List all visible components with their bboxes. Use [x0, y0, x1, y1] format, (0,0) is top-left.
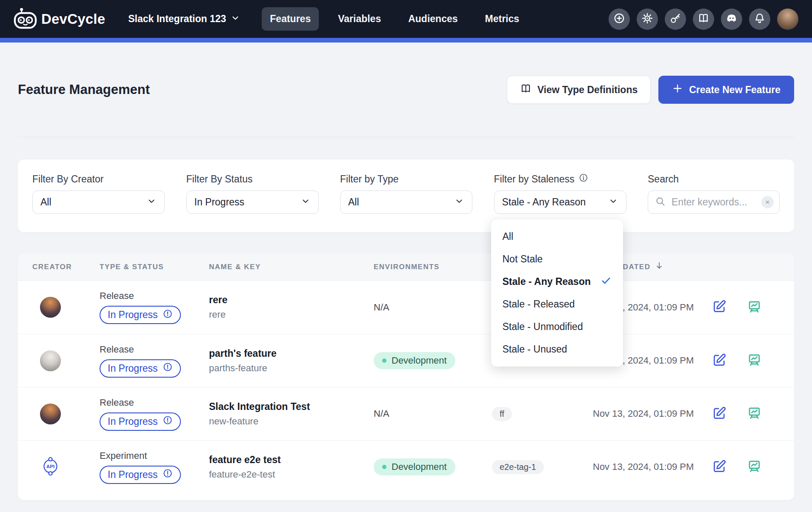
- edit-feature-button[interactable]: [712, 353, 727, 369]
- gear-icon: [641, 12, 653, 26]
- feature-metrics-button[interactable]: [747, 299, 762, 316]
- add-button[interactable]: [609, 9, 630, 30]
- discord-button[interactable]: [721, 9, 742, 30]
- chart-board-icon: [747, 406, 762, 422]
- warning-circle-icon: [163, 362, 173, 375]
- edit-feature-button[interactable]: [712, 459, 727, 475]
- project-selector[interactable]: Slack Integration 123: [128, 13, 240, 25]
- chart-board-icon: [747, 353, 762, 369]
- column-header-type-status[interactable]: Type & Status: [100, 263, 209, 271]
- creator-select[interactable]: All: [32, 191, 165, 214]
- filter-bar: Filter By Creator All Filter By Status I…: [18, 159, 794, 232]
- tag-badge: e2e-tag-1: [492, 460, 544, 474]
- menu-item-stale-unmodified[interactable]: Stale - Unmodified: [491, 316, 623, 338]
- environment-dot: [382, 358, 386, 363]
- edit-pencil-icon: [712, 459, 727, 475]
- edit-pencil-icon: [712, 353, 727, 369]
- menu-item-stale-unused[interactable]: Stale - Unused: [491, 338, 623, 361]
- info-icon[interactable]: [579, 173, 588, 185]
- table-row[interactable]: Release In Progress Slack Integration Te…: [18, 387, 794, 440]
- type-select[interactable]: All: [340, 191, 472, 214]
- environment-badge: Development: [374, 352, 455, 369]
- plus-icon: [672, 83, 683, 97]
- discord-icon: [725, 12, 738, 26]
- tag-badge: ff: [492, 407, 512, 421]
- edit-feature-button[interactable]: [712, 406, 727, 422]
- tab-audiences[interactable]: Audiences: [400, 7, 466, 31]
- feature-metrics-button[interactable]: [747, 406, 762, 422]
- feature-name[interactable]: Slack Integration Test: [209, 401, 374, 412]
- filter-staleness-label: Filter by Staleness: [494, 174, 575, 185]
- feature-name[interactable]: rere: [209, 294, 374, 306]
- feature-metrics-button[interactable]: [747, 459, 762, 475]
- feature-key: new-feature: [209, 416, 374, 427]
- status-badge: In Progress: [100, 359, 181, 378]
- view-type-definitions-button[interactable]: View Type Definitions: [507, 76, 651, 104]
- feature-name[interactable]: feature e2e test: [209, 454, 374, 466]
- feature-type: Release: [100, 397, 209, 408]
- chevron-down-icon: [454, 196, 464, 209]
- table-row[interactable]: Release In Progress rere rere N/A Nov 13…: [18, 281, 794, 334]
- nav-actions: [609, 9, 798, 30]
- api-keys-button[interactable]: [665, 9, 686, 30]
- main-tabs: Features Variables Audiences Metrics: [262, 7, 527, 31]
- staleness-dropdown-menu: All Not Stale Stale - Any Reason Stale -…: [491, 219, 623, 367]
- bell-icon: [754, 12, 766, 26]
- chevron-down-icon: [231, 13, 240, 25]
- user-avatar[interactable]: [777, 9, 798, 30]
- menu-item-stale-any-reason[interactable]: Stale - Any Reason: [491, 270, 623, 293]
- feature-type: Release: [100, 290, 209, 302]
- chevron-down-icon: [146, 196, 157, 209]
- settings-button[interactable]: [637, 9, 658, 30]
- feature-metrics-button[interactable]: [747, 353, 762, 369]
- tab-variables[interactable]: Variables: [330, 7, 389, 31]
- column-header-name-key[interactable]: Name & Key: [209, 263, 374, 271]
- updated-timestamp: Nov 13, 2024, 01:09 PM: [593, 461, 694, 472]
- status-select[interactable]: In Progress: [186, 191, 319, 214]
- search-input[interactable]: [672, 196, 756, 208]
- creator-avatar: [40, 350, 61, 371]
- menu-item-stale-released[interactable]: Stale - Released: [491, 293, 623, 316]
- page-title: Feature Management: [18, 82, 150, 97]
- table-row[interactable]: API Experiment In Progress feature e2e t…: [18, 440, 794, 493]
- tab-metrics[interactable]: Metrics: [477, 7, 528, 31]
- staleness-select[interactable]: Stale - Any Reason: [494, 191, 626, 214]
- status-badge: In Progress: [100, 306, 181, 324]
- clear-search-button[interactable]: ×: [761, 196, 774, 208]
- docs-button[interactable]: [693, 9, 714, 30]
- notifications-button[interactable]: [749, 9, 770, 30]
- menu-item-not-stale[interactable]: Not Stale: [491, 248, 623, 270]
- accent-bar: [0, 38, 812, 43]
- environment-dot: [382, 465, 386, 469]
- project-name: Slack Integration 123: [128, 13, 226, 25]
- check-icon: [600, 275, 612, 289]
- features-table: Creator Type & Status Name & Key Environ…: [18, 253, 794, 500]
- column-header-creator[interactable]: Creator: [32, 263, 100, 271]
- header-divider: [18, 137, 794, 137]
- feature-key: feature-e2e-test: [209, 469, 374, 480]
- environments-value: N/A: [374, 408, 389, 419]
- tab-features[interactable]: Features: [262, 7, 319, 31]
- chevron-down-icon: [608, 196, 618, 209]
- warning-circle-icon: [163, 309, 173, 321]
- api-creator-icon: API: [40, 456, 100, 478]
- status-badge: In Progress: [100, 466, 181, 484]
- table-row[interactable]: Release In Progress parth's feature part…: [18, 334, 794, 387]
- column-header-environments[interactable]: Environments: [374, 263, 492, 271]
- edit-pencil-icon: [712, 406, 727, 422]
- table-header-row: Creator Type & Status Name & Key Environ…: [18, 253, 794, 281]
- chart-board-icon: [747, 459, 762, 475]
- feature-name[interactable]: parth's feature: [209, 348, 374, 359]
- create-new-feature-button[interactable]: Create New Feature: [658, 76, 794, 104]
- edit-feature-button[interactable]: [712, 299, 727, 316]
- filter-staleness: Filter by Staleness Stale - Any Reason A…: [494, 173, 626, 214]
- menu-item-all[interactable]: All: [491, 225, 623, 248]
- creator-avatar: [40, 404, 61, 424]
- plus-circle-icon: [613, 12, 625, 26]
- environments-value: N/A: [374, 302, 389, 313]
- devcycle-brand[interactable]: DevCycle: [14, 7, 105, 31]
- feature-type: Experiment: [100, 450, 209, 461]
- chart-board-icon: [747, 299, 762, 316]
- feature-key: parths-feature: [209, 363, 374, 374]
- filter-status: Filter By Status In Progress: [186, 173, 319, 214]
